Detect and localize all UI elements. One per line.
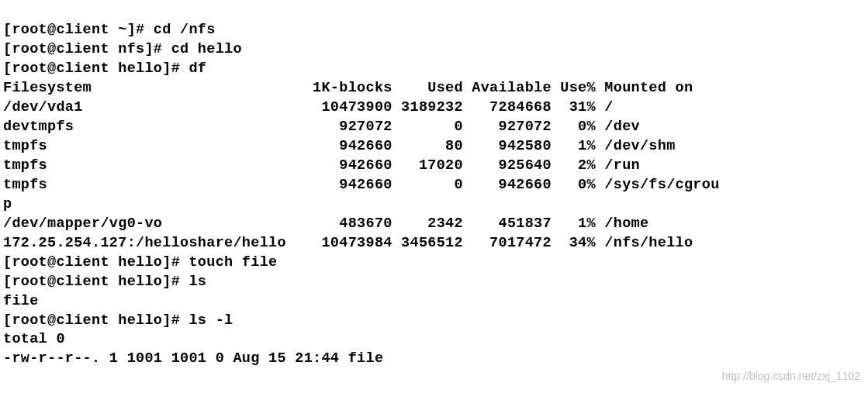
ls-l-entry: -rw-r--r--. 1 1001 1001 0 Aug 15 21:44 f… bbox=[3, 350, 383, 367]
df-row: tmpfs 942660 17020 925640 2% /run bbox=[3, 157, 640, 174]
prompt-line: [root@client hello]# ls bbox=[3, 274, 206, 290]
df-row: /dev/vda1 10473900 3189232 7284668 31% / bbox=[3, 99, 614, 115]
prompt-line: [root@client hello]# ls -l bbox=[3, 312, 233, 329]
df-row-wrap: p bbox=[3, 196, 12, 212]
prompt-line: [root@client hello]# touch file bbox=[3, 254, 277, 271]
csdn-watermark: http://blog.csdn.net/zxj_1102 bbox=[722, 369, 860, 384]
ls-l-total: total 0 bbox=[3, 331, 65, 347]
ls-output: file bbox=[3, 293, 39, 309]
df-header: Filesystem 1K-blocks Used Available Use%… bbox=[3, 80, 693, 96]
df-row: devtmpfs 927072 0 927072 0% /dev bbox=[3, 119, 640, 135]
df-row: tmpfs 942660 0 942660 0% /sys/fs/cgrou bbox=[3, 177, 720, 193]
df-row: tmpfs 942660 80 942580 1% /dev/shm bbox=[3, 138, 676, 154]
df-row: 172.25.254.127:/helloshare/hello 1047398… bbox=[3, 235, 693, 251]
prompt-line: [root@client hello]# df bbox=[3, 60, 206, 77]
terminal-output[interactable]: [root@client ~]# cd /nfs [root@client nf… bbox=[0, 0, 868, 390]
prompt-line: [root@client ~]# cd /nfs bbox=[3, 22, 216, 38]
prompt-line: [root@client nfs]# cd hello bbox=[3, 41, 242, 57]
df-row: /dev/mapper/vg0-vo 483670 2342 451837 1%… bbox=[3, 215, 648, 232]
